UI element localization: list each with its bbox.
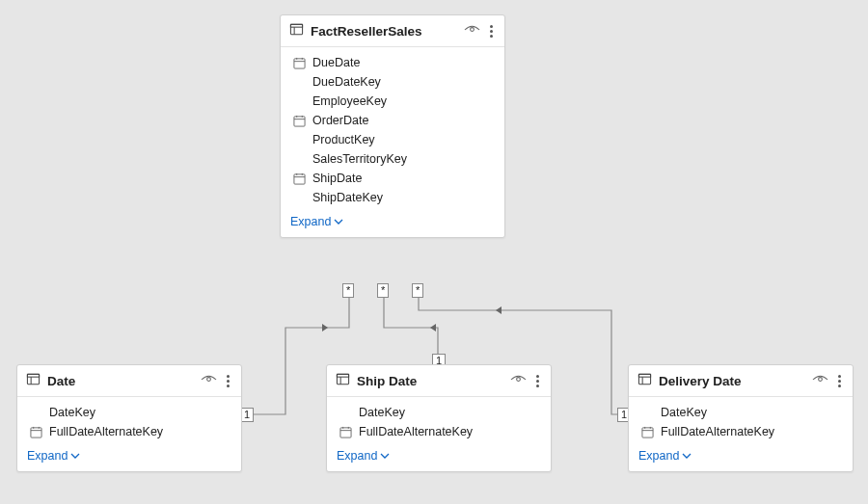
filter-arrow-icon [322, 324, 328, 332]
chevron-down-icon [70, 452, 80, 460]
field-row[interactable]: ShipDateKey [281, 188, 504, 207]
table-icon [289, 22, 304, 40]
svg-rect-32 [638, 374, 650, 384]
svg-point-3 [471, 27, 475, 31]
table-icon [26, 372, 41, 389]
svg-rect-24 [337, 374, 348, 384]
chevron-down-icon [380, 452, 390, 460]
svg-point-35 [819, 377, 823, 381]
cardinality-many: * [412, 283, 423, 298]
expand-button[interactable]: Expand [629, 443, 853, 471]
field-label: EmployeeKey [312, 94, 387, 108]
field-list: DueDate DueDateKey EmployeeKey OrderDate… [281, 47, 504, 209]
table-card-date[interactable]: Date DateKey FullDateAlternateKey Expand [16, 364, 242, 472]
field-label: DateKey [661, 406, 707, 419]
field-label: FullDateAlternateKey [49, 425, 163, 438]
filter-arrow-icon [496, 306, 502, 314]
eye-icon[interactable] [510, 374, 527, 388]
table-title: FactResellerSales [311, 24, 457, 39]
svg-rect-16 [27, 374, 39, 384]
table-card-ship[interactable]: Ship Date DateKey FullDateAlternateKey E… [326, 364, 552, 472]
table-card-delivery[interactable]: Delivery Date DateKey FullDateAlternateK… [628, 364, 854, 472]
svg-rect-20 [30, 427, 41, 437]
field-label: ShipDate [312, 172, 362, 185]
svg-rect-0 [290, 24, 302, 34]
svg-point-19 [207, 377, 211, 381]
svg-rect-1 [290, 24, 302, 27]
more-icon[interactable] [835, 373, 844, 389]
svg-point-27 [517, 377, 521, 381]
field-row[interactable]: FullDateAlternateKey [629, 422, 853, 441]
date-icon [339, 426, 352, 438]
field-label: ProductKey [312, 133, 375, 146]
eye-icon[interactable] [201, 374, 217, 388]
table-title: Delivery Date [659, 374, 805, 388]
svg-rect-8 [293, 116, 304, 125]
svg-rect-25 [337, 374, 348, 377]
table-title: Ship Date [357, 374, 503, 388]
more-icon[interactable] [533, 373, 542, 389]
field-label: SalesTerritoryKey [312, 152, 407, 166]
filter-arrow-icon [430, 324, 436, 332]
field-label: FullDateAlternateKey [661, 425, 774, 438]
field-row[interactable]: FullDateAlternateKey [17, 422, 241, 441]
field-label: OrderDate [312, 114, 368, 127]
svg-rect-36 [641, 427, 652, 437]
field-row[interactable]: DateKey [17, 403, 241, 422]
table-icon [637, 372, 652, 389]
field-label: DateKey [359, 406, 405, 419]
cardinality-one: 1 [240, 408, 254, 422]
field-row[interactable]: ProductKey [281, 130, 504, 149]
field-label: DueDateKey [312, 75, 381, 89]
svg-rect-28 [339, 427, 350, 437]
field-label: DateKey [49, 406, 95, 419]
eye-icon[interactable] [464, 24, 480, 39]
svg-rect-17 [27, 374, 39, 377]
field-row[interactable]: OrderDate [281, 111, 504, 130]
more-icon[interactable] [224, 373, 232, 389]
eye-icon[interactable] [812, 374, 828, 388]
field-row[interactable]: DateKey [629, 403, 853, 422]
cardinality-many: * [377, 283, 389, 298]
svg-rect-33 [638, 374, 650, 377]
table-card-fact[interactable]: FactResellerSales DueDate DueDateKey Emp… [280, 14, 505, 238]
field-row[interactable]: SalesTerritoryKey [281, 149, 504, 169]
field-row[interactable]: ShipDate [281, 169, 504, 188]
field-list: DateKey FullDateAlternateKey [629, 397, 853, 443]
date-icon [292, 115, 306, 127]
chevron-down-icon [334, 218, 343, 225]
table-title: Date [47, 374, 194, 388]
svg-rect-4 [293, 58, 304, 67]
svg-rect-12 [293, 173, 304, 183]
chevron-down-icon [682, 452, 692, 460]
field-row[interactable]: DateKey [327, 403, 551, 422]
field-row[interactable]: FullDateAlternateKey [327, 422, 551, 441]
field-list: DateKey FullDateAlternateKey [17, 397, 241, 443]
date-icon [292, 172, 306, 185]
field-list: DateKey FullDateAlternateKey [327, 397, 551, 443]
field-row[interactable]: DueDate [281, 53, 504, 72]
date-icon [640, 426, 654, 438]
field-label: DueDate [312, 56, 360, 69]
date-icon [29, 426, 42, 438]
more-icon[interactable] [487, 23, 496, 40]
field-label: ShipDateKey [312, 191, 383, 204]
expand-button[interactable]: Expand [327, 443, 551, 471]
expand-button[interactable]: Expand [281, 209, 504, 237]
date-icon [292, 57, 306, 69]
field-row[interactable]: DueDateKey [281, 72, 504, 92]
expand-button[interactable]: Expand [17, 443, 241, 471]
field-label: FullDateAlternateKey [359, 425, 473, 438]
field-row[interactable]: EmployeeKey [281, 92, 504, 111]
table-icon [336, 372, 350, 389]
cardinality-many: * [342, 283, 354, 298]
